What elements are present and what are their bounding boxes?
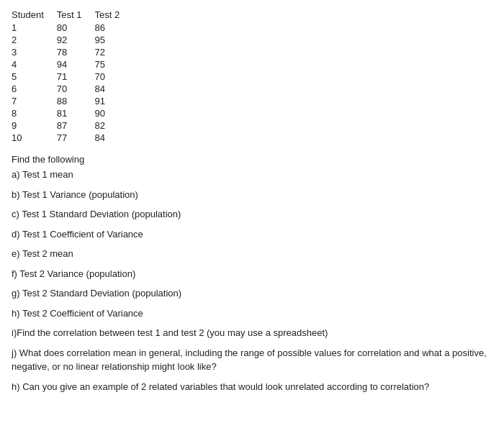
table-row: 78891 xyxy=(12,95,132,107)
header-student: Student xyxy=(12,9,57,22)
cell-r5-c2: 84 xyxy=(95,83,133,95)
find-label: Find the following xyxy=(12,154,492,165)
cell-r1-c2: 95 xyxy=(95,34,133,46)
table-row: 98782 xyxy=(12,119,132,132)
question-q_i: i)Find the correlation between test 1 an… xyxy=(12,326,492,340)
question-q_e: e) Test 2 mean xyxy=(12,247,492,261)
question-q_h: h) Test 2 Coefficient of Variance xyxy=(12,306,492,321)
cell-r0-c2: 86 xyxy=(95,22,133,34)
table-row: 67084 xyxy=(12,83,132,95)
table-row: 57170 xyxy=(12,70,132,83)
cell-r6-c0: 7 xyxy=(12,95,57,107)
cell-r3-c0: 4 xyxy=(12,58,57,70)
cell-r4-c0: 5 xyxy=(12,70,57,83)
cell-r0-c1: 80 xyxy=(57,22,95,34)
question-q_b: b) Test 1 Variance (population) xyxy=(12,188,492,202)
cell-r1-c1: 92 xyxy=(57,34,95,46)
cell-r6-c1: 88 xyxy=(57,95,95,107)
questions-section: Find the following a) Test 1 meanb) Test… xyxy=(12,154,492,394)
content-area: Student Test 1 Test 2 180862929537872494… xyxy=(12,9,492,394)
cell-r5-c1: 70 xyxy=(57,83,95,95)
question-q_h2: h) Can you give an example of 2 related … xyxy=(12,380,492,394)
table-row: 88190 xyxy=(12,107,132,119)
question-q_f: f) Test 2 Variance (population) xyxy=(12,267,492,281)
cell-r7-c2: 90 xyxy=(95,107,133,119)
cell-r9-c2: 84 xyxy=(95,132,133,144)
question-q_c: c) Test 1 Standard Deviation (population… xyxy=(12,207,492,222)
data-table: Student Test 1 Test 2 180862929537872494… xyxy=(12,9,132,144)
table-row: 18086 xyxy=(12,22,132,34)
questions-container: a) Test 1 meanb) Test 1 Variance (popula… xyxy=(12,168,492,394)
question-q_g: g) Test 2 Standard Deviation (population… xyxy=(12,286,492,301)
cell-r1-c0: 2 xyxy=(12,34,57,46)
cell-r2-c0: 3 xyxy=(12,46,57,58)
table-row: 107784 xyxy=(12,132,132,144)
header-test1: Test 1 xyxy=(57,9,95,22)
cell-r9-c1: 77 xyxy=(57,132,95,144)
cell-r9-c0: 10 xyxy=(12,132,57,144)
cell-r7-c1: 81 xyxy=(57,107,95,119)
question-q_a: a) Test 1 mean xyxy=(12,168,492,182)
cell-r6-c2: 91 xyxy=(95,95,133,107)
cell-r8-c1: 87 xyxy=(57,119,95,132)
question-q_d: d) Test 1 Coefficient of Variance xyxy=(12,227,492,242)
table-row: 29295 xyxy=(12,34,132,46)
page-container: Student Test 1 Test 2 180862929537872494… xyxy=(0,0,504,423)
question-q_j: j) What does correlation mean in general… xyxy=(12,346,492,374)
cell-r8-c2: 82 xyxy=(95,119,133,132)
table-row: 37872 xyxy=(12,46,132,58)
cell-r2-c1: 78 xyxy=(57,46,95,58)
cell-r4-c1: 71 xyxy=(57,70,95,83)
cell-r7-c0: 8 xyxy=(12,107,57,119)
cell-r5-c0: 6 xyxy=(12,83,57,95)
cell-r3-c2: 75 xyxy=(95,58,133,70)
header-test2: Test 2 xyxy=(95,9,133,22)
cell-r8-c0: 9 xyxy=(12,119,57,132)
table-body: 1808629295378724947557170670847889188190… xyxy=(12,22,132,144)
table-row: 49475 xyxy=(12,58,132,70)
cell-r0-c0: 1 xyxy=(12,22,57,34)
cell-r3-c1: 94 xyxy=(57,58,95,70)
cell-r4-c2: 70 xyxy=(95,70,133,83)
table-header-row: Student Test 1 Test 2 xyxy=(12,9,132,22)
cell-r2-c2: 72 xyxy=(95,46,133,58)
